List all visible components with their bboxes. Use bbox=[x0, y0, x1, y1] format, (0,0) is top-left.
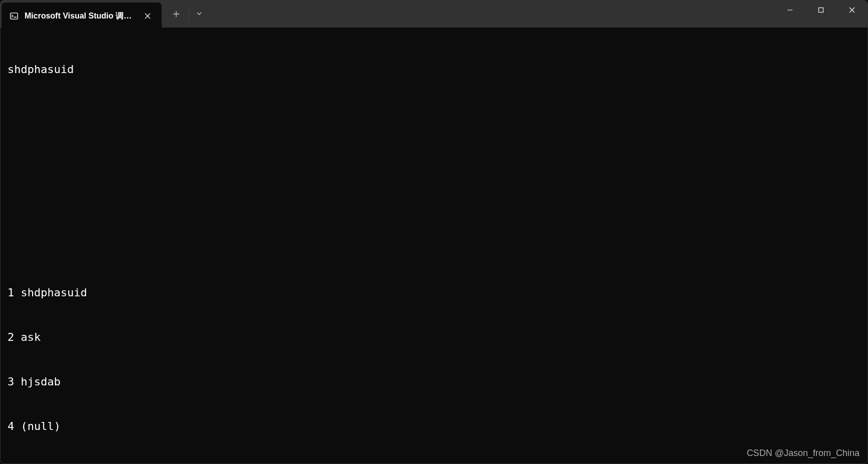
terminal-output[interactable]: shdphasuid 1 shdphasuid 2 ask 3 hjsdab 4… bbox=[1, 28, 867, 464]
watermark: CSDN @Jason_from_China bbox=[747, 448, 859, 458]
svg-rect-0 bbox=[11, 13, 18, 19]
output-line bbox=[8, 241, 860, 256]
output-line bbox=[8, 196, 860, 211]
new-tab-button[interactable] bbox=[166, 5, 187, 24]
output-line: 4 (null) bbox=[8, 419, 860, 434]
output-line bbox=[8, 107, 860, 122]
maximize-button[interactable] bbox=[805, 1, 836, 20]
close-icon[interactable] bbox=[142, 10, 154, 23]
output-line: 3 hjsdab bbox=[8, 374, 860, 389]
tab-title: Microsoft Visual Studio 调试控 bbox=[25, 11, 136, 22]
window-controls bbox=[774, 1, 867, 28]
output-line: 2 ask bbox=[8, 330, 860, 345]
tabs-area: Microsoft Visual Studio 调试控 bbox=[1, 1, 209, 28]
output-line: shdphasuid bbox=[8, 62, 860, 77]
titlebar: Microsoft Visual Studio 调试控 bbox=[1, 1, 867, 28]
output-line bbox=[8, 152, 860, 167]
output-line: 1 shdphasuid bbox=[8, 285, 860, 300]
terminal-icon bbox=[10, 12, 19, 21]
svg-rect-1 bbox=[819, 8, 823, 13]
tab-active[interactable]: Microsoft Visual Studio 调试控 bbox=[2, 3, 162, 30]
minimize-button[interactable] bbox=[774, 1, 805, 20]
tab-dropdown-button[interactable] bbox=[189, 7, 209, 22]
window-close-button[interactable] bbox=[836, 1, 867, 20]
